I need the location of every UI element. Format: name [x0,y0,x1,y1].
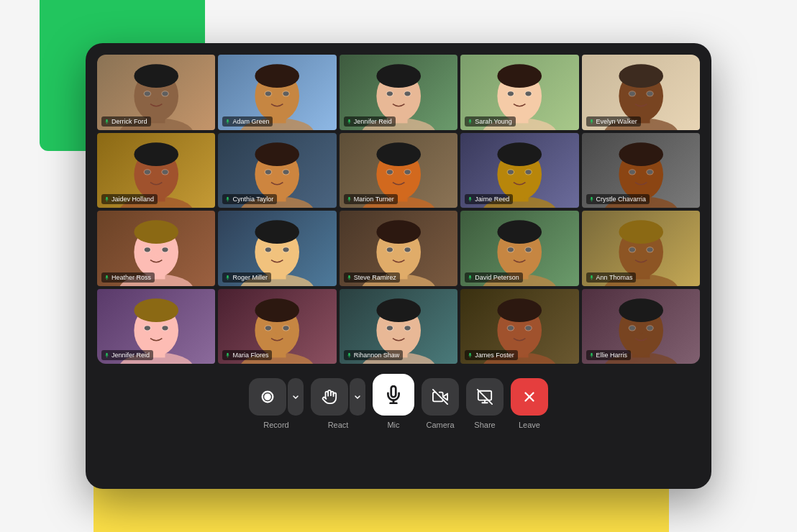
svg-point-98 [161,247,168,252]
record-group: Record [249,378,304,429]
video-tile-13: Steve Ramirez [340,211,457,286]
svg-point-125 [525,247,532,252]
share-group: Share [466,378,504,429]
share-label: Share [474,421,495,429]
svg-point-142 [144,325,151,331]
svg-point-139 [134,298,178,322]
video-tile-9: Jaime Reed [460,133,578,208]
react-button[interactable] [311,378,348,416]
svg-point-148 [255,298,300,322]
record-chevron-button[interactable] [288,378,304,416]
svg-point-181 [265,394,270,399]
svg-point-143 [161,325,168,331]
svg-point-31 [498,64,542,88]
svg-point-161 [404,325,411,331]
svg-point-71 [404,169,411,175]
react-label: React [328,421,349,429]
video-tile-3: Jennifer Reid [340,55,457,130]
video-tile-11: Heather Ross [97,211,215,286]
svg-point-133 [628,247,635,252]
svg-point-130 [619,220,663,244]
video-tile-10: Crystle Chavarria [582,133,700,208]
video-tile-2: Adam Green [218,55,336,130]
svg-point-17 [283,91,290,96]
svg-point-169 [507,325,514,331]
camera-group: Camera [422,378,459,429]
svg-point-76 [498,142,542,166]
svg-point-97 [144,247,151,252]
svg-point-34 [507,91,514,96]
leave-label: Leave [519,421,540,429]
svg-point-157 [376,298,421,322]
video-tile-7: Cynthia Taylor [218,133,336,208]
video-tile-1: Derrick Ford [97,55,215,130]
record-label: Record [263,421,288,429]
svg-point-103 [255,220,300,244]
video-tile-5: Evelyn Walker [582,55,700,130]
svg-point-40 [619,64,663,88]
svg-point-58 [255,142,300,166]
svg-point-115 [386,247,393,252]
svg-point-7 [144,91,151,96]
leave-group: Leave [511,378,548,429]
video-tile-16: Jennifer Reid [97,289,215,364]
svg-point-106 [265,247,272,252]
svg-point-44 [646,91,653,96]
svg-point-79 [507,169,514,175]
svg-point-121 [498,220,542,244]
mic-button[interactable] [373,374,414,416]
share-button[interactable] [466,378,504,416]
svg-point-160 [386,325,393,331]
svg-point-112 [376,220,421,244]
svg-point-166 [498,298,542,322]
camera-button[interactable] [422,378,459,416]
control-bar: Record React [97,374,700,432]
svg-point-178 [628,325,635,331]
video-tile-12: Roger Miller [218,211,336,286]
svg-point-116 [404,247,411,252]
svg-point-151 [265,325,272,331]
svg-point-134 [646,247,653,252]
svg-point-89 [646,169,653,175]
svg-point-16 [265,91,272,96]
device-frame: Derrick Ford [86,43,711,489]
video-tile-15: Ann Thomas [582,211,700,286]
svg-point-49 [134,142,178,166]
svg-point-80 [525,169,532,175]
record-button[interactable] [249,378,286,416]
svg-point-13 [255,64,300,88]
svg-point-62 [283,169,290,175]
svg-point-85 [619,142,663,166]
svg-point-52 [144,169,151,175]
mic-group: Mic [373,374,414,429]
mic-label: Mic [387,421,399,429]
react-chevron-button[interactable] [350,378,365,416]
svg-point-43 [628,91,635,96]
svg-point-170 [525,325,532,331]
svg-point-124 [507,247,514,252]
video-grid: Derrick Ford [97,55,700,364]
video-tile-20: Ellie Harris [582,289,700,364]
video-tile-6: Jaidev Holland [97,133,215,208]
svg-point-25 [386,91,393,96]
svg-point-8 [161,91,168,96]
video-tile-14: David Peterson [460,211,578,286]
svg-point-179 [646,325,653,331]
svg-point-22 [376,64,421,88]
camera-label: Camera [426,421,454,429]
svg-point-94 [134,220,178,244]
video-tile-17: Maria Flores [218,289,336,364]
svg-point-88 [628,169,635,175]
svg-point-61 [265,169,272,175]
video-tile-4: Sarah Young [460,55,578,130]
svg-point-70 [386,169,393,175]
video-tile-8: Marion Turner [340,133,457,208]
video-tile-18: Rihannon Shaw [340,289,457,364]
react-group: React [311,378,365,429]
svg-point-152 [283,325,290,331]
svg-point-26 [404,91,411,96]
leave-button[interactable] [511,378,548,416]
svg-point-35 [525,91,532,96]
svg-point-107 [283,247,290,252]
svg-point-4 [134,64,178,88]
